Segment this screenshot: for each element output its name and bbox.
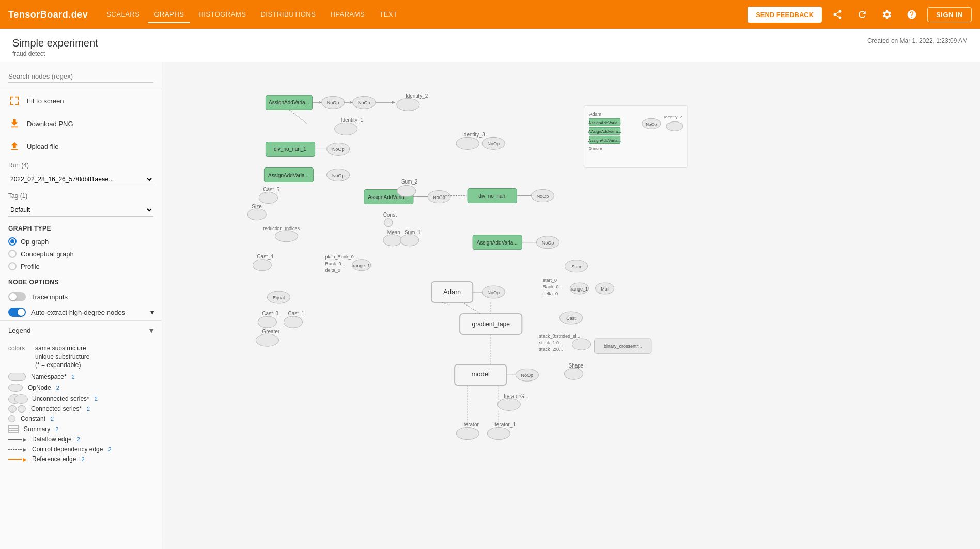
legend-reference-link[interactable]: 2 bbox=[81, 456, 84, 462]
settings-icon-button[interactable] bbox=[878, 5, 896, 24]
nav-graphs[interactable]: GRAPHS bbox=[148, 6, 190, 23]
legend-colors-label: colors bbox=[8, 345, 29, 352]
svg-text:Const: Const bbox=[383, 212, 397, 218]
svg-text:reduction_Indices: reduction_Indices bbox=[263, 226, 300, 231]
svg-text:plain_Rank_0...: plain_Rank_0... bbox=[325, 254, 358, 260]
svg-text:AAsignAddVaria...: AAsignAddVaria... bbox=[588, 129, 621, 134]
refresh-icon-button[interactable] bbox=[853, 5, 872, 24]
legend-unconnected-link[interactable]: 2 bbox=[95, 395, 98, 402]
radio-op-graph[interactable]: Op graph bbox=[8, 235, 153, 248]
trace-inputs-toggle[interactable] bbox=[8, 292, 26, 301]
experiment-info: Simple experiment fraud detect bbox=[12, 37, 98, 57]
svg-text:AssignAddVaria...: AssignAddVaria... bbox=[269, 100, 309, 105]
svg-point-123 bbox=[666, 121, 683, 131]
svg-text:Cast_4: Cast_4 bbox=[257, 254, 273, 260]
sidebar: Fit to screen Download PNG Upload file bbox=[0, 62, 162, 549]
auto-extract-toggle[interactable] bbox=[8, 308, 26, 317]
legend-control-link[interactable]: 2 bbox=[108, 446, 111, 452]
svg-text:NoOp: NoOp bbox=[487, 290, 500, 295]
svg-text:NoOp: NoOp bbox=[332, 147, 345, 152]
experiment-header: Simple experiment fraud detect Created o… bbox=[0, 29, 980, 62]
run-select[interactable]: 2022_02_28_16_26_57/0db81aeae... bbox=[8, 173, 153, 186]
legend-item-connected: Connected series* 2 bbox=[8, 405, 153, 413]
legend-colors-values: same substructure unique substructure (*… bbox=[35, 345, 89, 369]
svg-text:Identity_1: Identity_1 bbox=[341, 117, 364, 123]
run-label: Run (4) bbox=[8, 162, 29, 169]
fit-to-screen-button[interactable]: Fit to screen bbox=[0, 89, 162, 112]
svg-text:div_no_nan_1: div_no_nan_1 bbox=[274, 146, 306, 152]
legend-item-constant: Constant 2 bbox=[8, 415, 153, 422]
nav-scalars[interactable]: SCALARS bbox=[100, 6, 146, 23]
radio-profile-label: Profile bbox=[21, 263, 40, 270]
auto-extract-row: Auto-extract high-degree nodes ▼ bbox=[0, 304, 162, 320]
legend-item-namespace: Namespace* 2 bbox=[8, 373, 153, 381]
graph-area[interactable]: AssignAddVaria... NoOp NoOp Identity_2 I… bbox=[162, 62, 980, 549]
legend-title: Legend bbox=[8, 327, 30, 334]
svg-point-30 bbox=[259, 192, 277, 204]
fit-to-screen-label: Fit to screen bbox=[27, 97, 64, 105]
svg-point-85 bbox=[284, 316, 302, 328]
legend-constant-link[interactable]: 2 bbox=[51, 416, 54, 422]
svg-text:delta_0: delta_0 bbox=[325, 268, 341, 273]
nav-histograms[interactable]: HISTOGRAMS bbox=[192, 6, 252, 23]
svg-text:NoOp: NoOp bbox=[521, 373, 534, 378]
legend-item-control: ▶ Control dependency edge 2 bbox=[8, 446, 153, 453]
svg-point-110 bbox=[487, 427, 510, 439]
svg-text:model: model bbox=[471, 370, 490, 378]
svg-text:binary_crossentr...: binary_crossentr... bbox=[604, 344, 642, 349]
svg-text:NoOp: NoOp bbox=[332, 173, 345, 178]
dataflow-shape: ▶ bbox=[8, 437, 27, 443]
legend-connected-link[interactable]: 2 bbox=[87, 406, 90, 412]
search-input[interactable] bbox=[8, 70, 153, 83]
legend-opnode-label: OpNode bbox=[28, 384, 51, 391]
radio-conceptual-graph[interactable]: Conceptual graph bbox=[8, 248, 153, 260]
legend-item-opnode: OpNode 2 bbox=[8, 384, 153, 392]
svg-text:NoOp: NoOp bbox=[646, 122, 657, 127]
tag-select[interactable]: Default bbox=[8, 204, 153, 217]
legend-dataflow-label: Dataflow edge bbox=[32, 436, 72, 443]
send-feedback-button[interactable]: SEND FEEDBACK bbox=[748, 7, 822, 23]
legend-summary-link[interactable]: 2 bbox=[55, 426, 58, 432]
control-dep-shape: ▶ bbox=[8, 447, 27, 452]
help-icon-button[interactable] bbox=[903, 5, 921, 24]
tag-label: Tag (1) bbox=[8, 192, 27, 200]
brand-logo[interactable]: TensorBoard.dev bbox=[8, 9, 88, 20]
nav-distributions[interactable]: DISTRIBUTIONS bbox=[254, 6, 322, 23]
graph-type-title: Graph type bbox=[0, 219, 162, 235]
summary-shape bbox=[8, 425, 19, 433]
svg-text:Iterator_1: Iterator_1 bbox=[493, 422, 516, 428]
legend-chevron-icon: ▾ bbox=[149, 326, 153, 335]
svg-text:Greater: Greater bbox=[262, 329, 280, 334]
nav-text[interactable]: TEXT bbox=[373, 6, 403, 23]
experiment-created: Created on Mar 1, 2022, 1:23:09 AM bbox=[867, 37, 968, 44]
download-png-button[interactable]: Download PNG bbox=[0, 112, 162, 135]
svg-text:Cast_3: Cast_3 bbox=[262, 311, 278, 316]
svg-text:Adam: Adam bbox=[443, 288, 461, 296]
connected-shape bbox=[8, 405, 26, 413]
settings-icon bbox=[882, 9, 892, 20]
nav-hparams[interactable]: HPARAMS bbox=[324, 6, 371, 23]
legend-colors-row: colors same substructure unique substruc… bbox=[8, 345, 153, 369]
download-png-label: Download PNG bbox=[27, 120, 73, 128]
legend-expandable-note: (* = expandable) bbox=[35, 361, 89, 369]
node-options-title: Node options bbox=[0, 272, 162, 289]
sign-in-button[interactable]: SIGN IN bbox=[927, 7, 972, 22]
svg-text:Identity_2: Identity_2 bbox=[664, 115, 682, 119]
svg-text:stack_1:0...: stack_1:0... bbox=[539, 340, 563, 345]
radio-profile[interactable]: Profile bbox=[8, 260, 153, 272]
legend-unique-substructure: unique substructure bbox=[35, 353, 89, 360]
top-navigation: TensorBoard.dev SCALARS GRAPHS HISTOGRAM… bbox=[0, 0, 980, 29]
upload-file-button[interactable]: Upload file bbox=[0, 135, 162, 158]
fit-to-screen-icon bbox=[8, 95, 21, 107]
svg-point-51 bbox=[383, 235, 402, 246]
legend-opnode-link[interactable]: 2 bbox=[56, 385, 59, 391]
legend-header[interactable]: Legend ▾ bbox=[0, 320, 162, 341]
nav-links: SCALARS GRAPHS HISTOGRAMS DISTRIBUTIONS … bbox=[100, 6, 735, 23]
share-icon-button[interactable] bbox=[828, 5, 847, 24]
legend-dataflow-link[interactable]: 2 bbox=[77, 436, 80, 443]
legend-summary-label: Summary bbox=[24, 425, 50, 433]
svg-text:Sum_1: Sum_1 bbox=[405, 230, 421, 235]
graph-canvas: AssignAddVaria... NoOp NoOp Identity_2 I… bbox=[162, 62, 980, 549]
legend-namespace-link[interactable]: 2 bbox=[72, 374, 75, 380]
main-layout: Fit to screen Download PNG Upload file bbox=[0, 62, 980, 549]
